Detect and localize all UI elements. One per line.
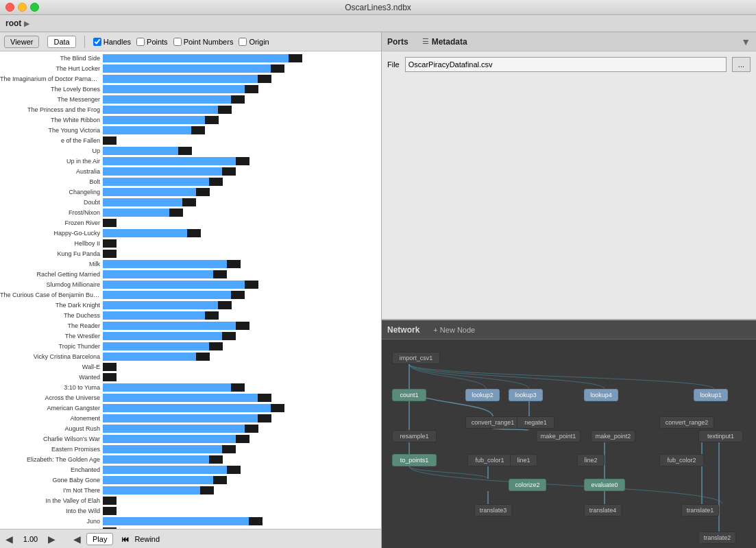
network-node-lookup2[interactable]: lookup2 (465, 389, 500, 401)
minimize-button[interactable] (18, 3, 27, 12)
network-node-make_point2[interactable]: make_point2 (591, 430, 635, 442)
network-node-count1[interactable]: count1 (392, 389, 426, 401)
chart-label: The Messenger (0, 96, 103, 103)
network-node-lookup3[interactable]: lookup3 (509, 389, 543, 401)
chart-row: The Reader (0, 321, 381, 331)
close-button[interactable] (5, 3, 14, 12)
handles-checkbox-item[interactable]: Handles (93, 38, 131, 46)
chart-row: The Messenger (0, 95, 381, 104)
bar-container (103, 209, 381, 217)
bar-container (103, 435, 381, 443)
root-label[interactable]: root (5, 19, 21, 28)
checkbox-group: Handles Points Point Numbers Origin (93, 38, 269, 46)
data-tab[interactable]: Data (47, 36, 75, 48)
origin-label: Origin (249, 38, 269, 46)
chart-label: Vicky Cristina Barcelona (0, 353, 103, 360)
bar-container (103, 497, 381, 505)
viewer-tab[interactable]: Viewer (4, 36, 39, 48)
points-checkbox[interactable] (136, 38, 145, 46)
network-node-textinput1[interactable]: textinput1 (698, 430, 743, 442)
black-bar (289, 54, 302, 62)
bar-container (103, 425, 381, 433)
root-arrow: ▶ (24, 19, 29, 28)
file-label: File (387, 60, 400, 69)
dropdown-icon[interactable]: ▼ (741, 36, 751, 47)
black-bar (103, 497, 117, 505)
play-back-button[interactable]: ◀ (73, 534, 81, 545)
maximize-button[interactable] (30, 3, 39, 12)
chart-row: The Young Victoria (0, 126, 381, 135)
traffic-lights (5, 3, 39, 12)
network-node-line2[interactable]: line2 (577, 454, 605, 466)
blue-bar (103, 425, 245, 433)
network-node-colorize2[interactable]: colorize2 (509, 479, 546, 491)
black-bar (191, 126, 205, 134)
network-node-evaluate0[interactable]: evaluate0 (584, 479, 625, 491)
network-node-line1[interactable]: line1 (510, 454, 537, 466)
pointnumbers-checkbox-item[interactable]: Point Numbers (173, 38, 234, 46)
origin-checkbox-item[interactable]: Origin (239, 38, 269, 46)
black-bar (222, 332, 236, 340)
network-node-to_points1[interactable]: to_points1 (392, 454, 437, 466)
file-input[interactable] (405, 57, 727, 72)
chart-row: Wall-E (0, 362, 381, 372)
black-bar (245, 425, 258, 433)
network-node-negate1[interactable]: negate1 (517, 416, 554, 429)
right-panel: Ports ☰ Metadata ▼ File ... Netwo (382, 32, 756, 548)
chart-label: The Curious Case of Benjamin Button (0, 291, 103, 298)
pointnumbers-checkbox[interactable] (173, 38, 182, 46)
chart-label: Wall-E (0, 364, 103, 370)
network-title: Network (387, 325, 419, 335)
black-bar (245, 281, 258, 289)
network-node-convert_range1[interactable]: convert_range1 (465, 416, 520, 429)
black-bar (178, 147, 192, 155)
network-node-import_csv1[interactable]: import_csv1 (392, 352, 440, 364)
bar-container (103, 106, 381, 114)
network-node-resample1[interactable]: resample1 (392, 430, 437, 442)
bar-container (103, 394, 381, 402)
next-button[interactable]: ▶ (48, 534, 56, 545)
chart-row: Atonement (0, 414, 381, 423)
blue-bar (103, 229, 187, 237)
bar-container (103, 95, 381, 104)
chart-label: Doubt (0, 199, 103, 206)
network-node-lookup1[interactable]: lookup1 (694, 389, 728, 401)
handles-label: Handles (103, 38, 131, 46)
network-node-lookup4[interactable]: lookup4 (584, 389, 618, 401)
black-bar (187, 229, 201, 237)
blue-bar (103, 85, 245, 93)
chart-row: Wanted (0, 372, 381, 382)
browse-button[interactable]: ... (732, 57, 751, 72)
blue-bar (103, 281, 245, 289)
network-node-translate3[interactable]: translate3 (474, 504, 512, 516)
black-bar (245, 85, 258, 93)
bar-container (103, 527, 381, 529)
separator (84, 36, 85, 48)
play-button[interactable]: Play (86, 533, 113, 545)
network-node-fub_color1[interactable]: fub_color1 (467, 454, 512, 466)
network-node-convert_range2[interactable]: convert_range2 (659, 416, 714, 429)
prev-button[interactable]: ◀ (5, 534, 13, 545)
network-node-translate2[interactable]: translate2 (698, 532, 736, 544)
bar-container (103, 281, 381, 289)
blue-bar (103, 260, 227, 268)
handles-checkbox[interactable] (93, 38, 101, 46)
network-node-fub_color2[interactable]: fub_color2 (659, 454, 704, 466)
points-checkbox-item[interactable]: Points (136, 38, 168, 46)
origin-checkbox[interactable] (239, 38, 247, 46)
chart-label: American Gangster (0, 405, 103, 412)
network-node-translate1[interactable]: translate1 (681, 504, 719, 516)
black-bar (227, 260, 241, 268)
chart-label: The Imaginarium of Doctor Parnassus (0, 75, 103, 82)
chart-row: Australia (0, 167, 381, 176)
new-node-button[interactable]: + New Node (433, 326, 475, 334)
blue-bar (103, 301, 218, 309)
network-node-translate4[interactable]: translate4 (584, 504, 622, 516)
chart-row: I'm Not There (0, 486, 381, 495)
bar-container (103, 486, 381, 495)
black-bar (103, 136, 117, 145)
black-bar (103, 239, 117, 248)
chart-row: Juno (0, 516, 381, 526)
bar-container (103, 54, 381, 62)
network-node-make_point1[interactable]: make_point1 (536, 430, 581, 442)
